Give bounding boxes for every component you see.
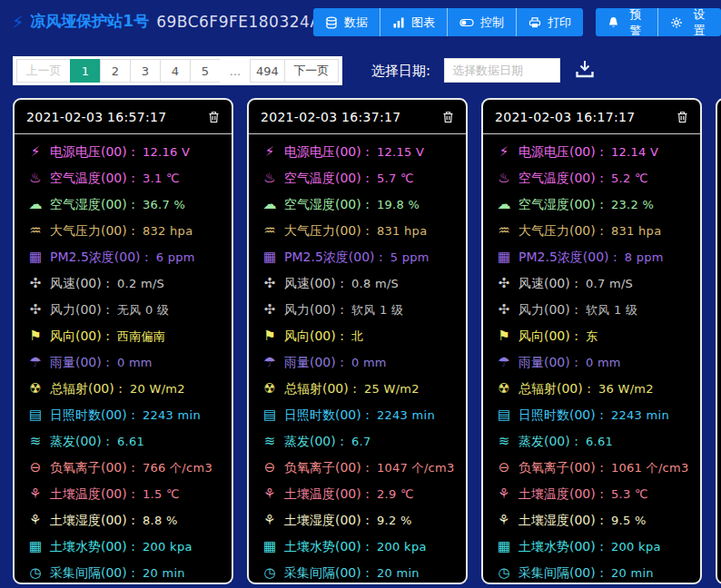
metric-label: 蒸发(00) : — [519, 434, 578, 450]
metric-label: 雨量(00) : — [519, 355, 578, 371]
metric-value: 831 hpa — [611, 224, 662, 238]
metric-label: 大气压力(00) : — [284, 223, 370, 240]
metric-row: ♨ 空气温度(00) : 5.2 ℃ — [493, 165, 700, 191]
metric-label: 土壤温度(00) : — [50, 486, 135, 503]
metric-row: ▤ 日照时数(00) : 2243 min — [493, 402, 700, 428]
soil-moisture-icon: ⚘ — [259, 514, 281, 527]
metric-row: ☁ 空气湿度(00) : 36.7 % — [25, 191, 232, 218]
metric-label: 土壤水势(00) : — [519, 539, 604, 555]
station-title-group: ⚡ 凉风垭保护站1号 69BC6F9FE180324A — [12, 11, 321, 32]
toggle-icon — [459, 16, 474, 29]
metric-label: 风向(00) : — [519, 328, 578, 345]
metric-value: 软风 1 级 — [586, 302, 637, 318]
metric-label: 风向(00) : — [284, 328, 344, 345]
metric-row: ✣ 风力(00) : 软风 1 级 — [493, 297, 700, 323]
card-timestamp: 2021-02-03 16:17:17 — [495, 110, 635, 124]
page-button-3[interactable]: 3 — [130, 59, 161, 83]
delete-record-button[interactable] — [440, 109, 456, 125]
card-header: 2021-02-03 16:57:17 — [15, 100, 232, 134]
soil-moisture-icon: ⚘ — [493, 514, 515, 527]
metric-row: ⚘ 土壤湿度(00) : 9.2 % — [259, 507, 466, 534]
settings-button-label: 设置 — [689, 8, 709, 36]
prev-page-button[interactable]: 上一页 — [16, 59, 71, 83]
metric-row: ⚘ 土壤湿度(00) : 8.8 % — [25, 507, 232, 534]
next-page-button[interactable]: 下一页 — [284, 59, 339, 83]
metric-label: PM2.5浓度(00) : — [284, 250, 383, 266]
wind-vane-icon: ⚑ — [493, 329, 515, 343]
metric-value: 2243 min — [143, 408, 201, 422]
metric-label: 空气温度(00) : — [284, 171, 370, 187]
metric-row: ✣ 风速(00) : 0.8 m/S — [259, 270, 466, 297]
data-card: 2021-02-03 16:17:17 ⚡ 电源电压(00) : 12.14 V… — [481, 98, 702, 584]
pressure-icon: ♒ — [493, 224, 515, 238]
metric-value: 20 min — [611, 566, 654, 580]
metric-label: 采集间隔(00) : — [519, 565, 604, 582]
data-button[interactable]: 数据 — [313, 8, 380, 36]
fan-icon: ✣ — [493, 303, 515, 317]
metric-value: 9.5 % — [611, 514, 647, 527]
date-input[interactable] — [444, 58, 560, 83]
chart-button[interactable]: 图表 — [380, 8, 448, 36]
metric-row: ☂ 雨量(00) : 0 mm — [493, 349, 700, 376]
chart-button-label: 图表 — [411, 15, 435, 31]
trash-icon — [208, 113, 220, 126]
print-button-label: 打印 — [548, 15, 571, 31]
metric-label: 土壤水势(00) : — [50, 539, 135, 555]
metric-label: 总辐射(00) : — [519, 381, 591, 397]
metric-row: ⚡ 电源电压(00) : 12.14 V — [493, 139, 700, 165]
page-button-1[interactable]: 1 — [70, 59, 101, 83]
metric-value: 831 hpa — [377, 224, 428, 238]
page-button-2[interactable]: 2 — [100, 59, 131, 83]
rain-cloud-icon: ☂ — [259, 356, 281, 369]
humidity-icon: ☁ — [25, 198, 46, 211]
metric-label: 风力(00) : — [50, 302, 110, 318]
evaporation-icon: ≋ — [25, 435, 46, 448]
metric-row: ☢ 总辐射(00) : 25 W/m2 — [259, 376, 466, 402]
metric-label: 土壤水势(00) : — [284, 539, 370, 555]
metric-label: 雨量(00) : — [50, 355, 110, 371]
pressure-icon: ♒ — [259, 224, 281, 238]
evaporation-icon: ≋ — [493, 435, 515, 448]
metric-row: ▦ 土壤水势(00) : 200 kpa — [259, 534, 466, 560]
metric-value: 20 min — [143, 566, 185, 580]
metric-label: 空气湿度(00) : — [50, 197, 135, 213]
page-ellipsis: ... — [220, 59, 251, 83]
metric-label: 风向(00) : — [50, 328, 110, 345]
metric-value: 6.61 — [586, 435, 613, 448]
humidity-icon: ☁ — [259, 198, 281, 211]
settings-button[interactable]: 设置 — [658, 8, 721, 36]
metric-row: ⚡ 电源电压(00) : 12.15 V — [259, 139, 466, 165]
metric-label: 负氧离子(00) : — [50, 460, 135, 476]
rain-cloud-icon: ☂ — [25, 356, 46, 369]
metric-value: 8 ppm — [625, 250, 664, 264]
pm25-mask-icon: ▦ — [259, 250, 281, 264]
delete-record-button[interactable] — [206, 109, 222, 125]
metric-row: ♨ 空气温度(00) : 3.1 ℃ — [25, 165, 232, 191]
anion-icon: ⊖ — [259, 461, 281, 475]
device-id: 69BC6F9FE180324A — [156, 13, 321, 31]
bell-icon — [607, 16, 619, 29]
metric-value: 36.7 % — [143, 198, 185, 211]
page-button-4[interactable]: 4 — [160, 59, 191, 83]
metric-label: 土壤温度(00) : — [284, 486, 370, 503]
control-button[interactable]: 控制 — [448, 8, 517, 36]
download-button[interactable] — [573, 57, 597, 83]
delete-record-button[interactable] — [675, 109, 690, 125]
metric-label: 蒸发(00) : — [50, 434, 110, 450]
download-icon — [575, 68, 595, 82]
metric-label: PM2.5浓度(00) : — [50, 250, 149, 266]
print-button[interactable]: 打印 — [517, 8, 583, 36]
metric-label: 电源电压(00) : — [519, 144, 604, 161]
page-button-494[interactable]: 494 — [250, 59, 285, 83]
alert-button[interactable]: 预警 — [596, 8, 658, 36]
metric-value: 6.61 — [117, 435, 144, 448]
page-button-5[interactable]: 5 — [190, 59, 221, 83]
clock-icon: ◷ — [259, 566, 281, 580]
soil-temp-icon: ⚘ — [259, 487, 281, 501]
data-card: 2021-02-03 16:37:17 ⚡ 电源电压(00) : 12.15 V… — [247, 98, 468, 584]
alert-button-label: 预警 — [626, 8, 646, 36]
card-body: ⚡ 电源电压(00) : 12.14 V ♨ 空气温度(00) : 5.2 ℃ … — [483, 134, 700, 584]
metric-label: 电源电压(00) : — [284, 144, 370, 161]
data-button-label: 数据 — [344, 15, 368, 31]
wind-vane-icon: ⚑ — [25, 329, 46, 343]
